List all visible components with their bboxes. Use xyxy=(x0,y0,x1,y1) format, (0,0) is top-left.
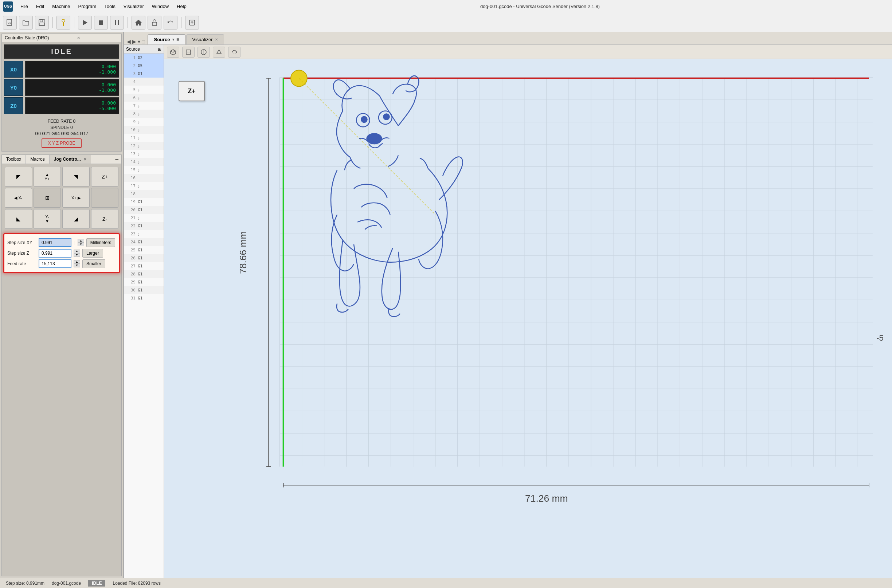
menu-edit[interactable]: Edit xyxy=(32,2,48,10)
tab-toolbox[interactable]: Toolbox xyxy=(2,155,26,164)
source-line: 27G1 xyxy=(124,262,164,270)
visualizer-tab-close[interactable]: ✕ xyxy=(215,38,218,42)
jog-z-minus[interactable]: Z- xyxy=(91,209,119,229)
source-line: 15; xyxy=(124,166,164,174)
source-expand[interactable]: ⊞ xyxy=(158,46,161,52)
viz-3d-button[interactable] xyxy=(167,46,179,57)
menu-program[interactable]: Program xyxy=(75,2,100,10)
menu-tools[interactable]: Tools xyxy=(101,2,119,10)
step-xy-spinner[interactable]: ▲ ▼ xyxy=(78,239,84,246)
step-xy-up[interactable]: ▲ xyxy=(78,239,84,243)
step-xy-unit-button[interactable]: Millimeters xyxy=(86,238,115,247)
source-tab[interactable]: Source ▾ ⊞ xyxy=(147,34,185,45)
viz-front-button[interactable] xyxy=(182,46,195,57)
step-z-spinner[interactable]: ▲ ▼ xyxy=(74,249,80,257)
tab-jog-control[interactable]: Jog Contro... ✕ xyxy=(50,155,91,164)
source-line: 17; xyxy=(124,182,164,190)
tab-restore[interactable]: □ xyxy=(142,39,145,45)
reset-button[interactable] xyxy=(185,16,199,30)
source-header: Source ⊞ xyxy=(124,45,164,54)
step-xy-down[interactable]: ▼ xyxy=(78,243,84,246)
smaller-button[interactable]: Smaller xyxy=(83,260,105,268)
menu-file[interactable]: File xyxy=(17,2,32,10)
content-area: Source ⊞ 1G22G53G145;6;7;8;9;10;11;12;13… xyxy=(124,45,892,578)
jog-x-plus[interactable]: X+ ▶ xyxy=(62,188,90,208)
z-top-value: 0.000 xyxy=(102,100,116,106)
lock-button[interactable] xyxy=(147,16,161,30)
tab-next[interactable]: ▶ xyxy=(132,39,136,45)
stop-button[interactable] xyxy=(94,16,108,30)
tab-prev[interactable]: ◀ xyxy=(127,39,131,45)
controller-minimize[interactable]: ─ xyxy=(115,35,119,40)
jog-x-minus[interactable]: ◀ X- xyxy=(5,188,32,208)
viz-top-button[interactable] xyxy=(213,46,225,57)
viz-toolbar xyxy=(164,45,892,59)
menu-window[interactable]: Window xyxy=(148,2,172,10)
menu-help[interactable]: Help xyxy=(173,2,190,10)
source-line: 2G5 xyxy=(124,62,164,70)
y-axis-label: Y0 xyxy=(4,79,23,96)
jog-down-left[interactable]: ◣ xyxy=(5,209,32,229)
right-panel: ◀ ▶ ▾ □ Source ▾ ⊞ Visualizer ✕ Source ⊞ xyxy=(124,32,892,578)
save-button[interactable] xyxy=(35,16,49,30)
svg-rect-9 xyxy=(115,20,116,25)
step-z-down[interactable]: ▼ xyxy=(74,253,80,257)
larger-button[interactable]: Larger xyxy=(83,249,103,258)
svg-rect-10 xyxy=(118,20,119,25)
controller-title-bar: Controller State (DRO) ✕ ─ xyxy=(2,34,121,42)
tab-more[interactable]: ─ xyxy=(112,155,121,164)
svg-point-5 xyxy=(62,19,65,22)
viz-rotate-button[interactable] xyxy=(228,46,240,57)
main-content: Controller State (DRO) ✕ ─ IDLE X0 0.000… xyxy=(0,32,892,578)
source-line: 5; xyxy=(124,86,164,94)
z-plus-overlay[interactable]: Z+ xyxy=(179,81,205,101)
tab-dropdown[interactable]: ▾ xyxy=(138,39,140,45)
svg-rect-2 xyxy=(39,20,45,26)
source-line: 29G1 xyxy=(124,278,164,286)
left-panel: Controller State (DRO) ✕ ─ IDLE X0 0.000… xyxy=(0,32,124,578)
source-line: 1G2 xyxy=(124,54,164,62)
jog-down-right[interactable]: ◢ xyxy=(62,209,90,229)
source-line: 20G1 xyxy=(124,206,164,214)
jog-z-plus[interactable]: Z+ xyxy=(91,167,119,186)
jog-up-left[interactable]: ◤ xyxy=(5,167,32,186)
source-tab-arrow: ▾ xyxy=(172,38,174,42)
svg-line-17 xyxy=(173,51,176,52)
feed-rate-up[interactable]: ▲ xyxy=(74,260,80,264)
step-z-up[interactable]: ▲ xyxy=(74,249,80,253)
jog-empty xyxy=(91,188,119,208)
menu-visualizer[interactable]: Visualizer xyxy=(120,2,147,10)
jog-y-minus[interactable]: Y-▼ xyxy=(33,209,61,229)
feed-rate-spinner[interactable]: ▲ ▼ xyxy=(74,260,80,267)
open-button[interactable] xyxy=(19,16,33,30)
source-line: 31G1 xyxy=(124,294,164,302)
source-line: 16 xyxy=(124,174,164,182)
jog-tab-close[interactable]: ✕ xyxy=(83,158,86,161)
tab-macros[interactable]: Macros xyxy=(26,155,49,164)
viz-side-button[interactable] xyxy=(198,46,210,57)
step-z-input[interactable] xyxy=(39,249,71,258)
tool-button[interactable] xyxy=(57,16,70,30)
controller-close[interactable]: ✕ xyxy=(77,36,80,40)
play-button[interactable] xyxy=(78,16,92,30)
step-z-label: Step size Z xyxy=(7,250,36,256)
source-line: 3G1 xyxy=(124,70,164,78)
svg-rect-4 xyxy=(39,23,45,25)
source-lines[interactable]: 1G22G53G145;6;7;8;9;10;11;12;13;14;15;16… xyxy=(124,54,164,578)
viz-canvas[interactable]: 78.66 mm 71.26 mm -5 Z+ xyxy=(164,59,892,578)
source-line: 6; xyxy=(124,94,164,102)
jog-up-right[interactable]: ◥ xyxy=(62,167,90,186)
home-button[interactable] xyxy=(132,16,146,30)
menu-machine[interactable]: Machine xyxy=(48,2,74,10)
jog-y-plus[interactable]: ▲Y+ xyxy=(33,167,61,186)
controller-title: Controller State (DRO) xyxy=(5,35,49,40)
xyz-probe-button[interactable]: X Y Z PROBE xyxy=(42,138,82,148)
feed-rate-input[interactable] xyxy=(39,260,71,268)
undo-button[interactable] xyxy=(164,16,177,30)
step-xy-input[interactable] xyxy=(39,238,71,247)
visualizer-tab[interactable]: Visualizer ✕ xyxy=(186,34,224,45)
gcode-button[interactable]: G0 xyxy=(3,16,17,30)
x-axis-value: 0.000 -1.000 xyxy=(25,61,119,78)
feed-rate-down[interactable]: ▼ xyxy=(74,264,80,267)
pause-button[interactable] xyxy=(110,16,124,30)
